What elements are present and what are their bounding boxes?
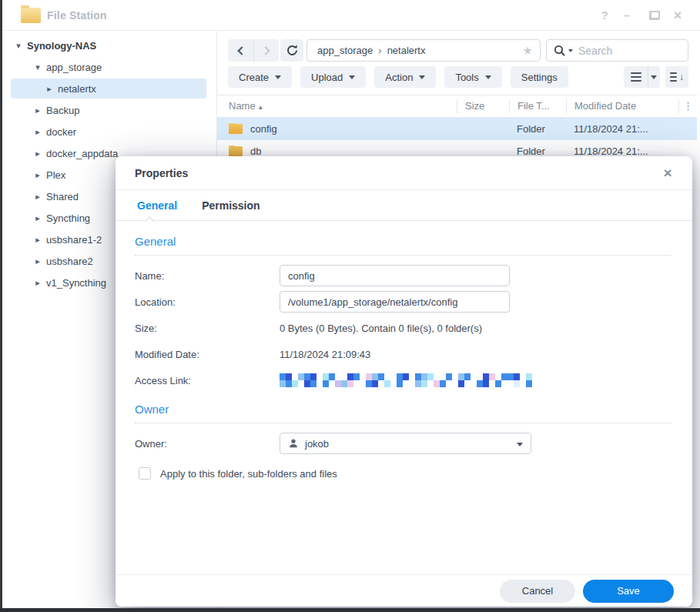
- tree-expand-icon[interactable]: ▸: [33, 149, 42, 159]
- help-button[interactable]: ?: [596, 0, 613, 31]
- apply-recursive-label: Apply to this folder, sub-folders and fi…: [160, 468, 337, 480]
- sidebar-item-app-storage[interactable]: ▾app_storage: [2, 56, 216, 78]
- minimize-button[interactable]: –: [618, 0, 635, 31]
- toolbar-row: Create Upload Action Tools Settings ↓: [217, 66, 700, 88]
- search-options-caret-icon[interactable]: [568, 49, 573, 52]
- tab-permission[interactable]: Permission: [202, 190, 260, 220]
- view-mode-caret-icon[interactable]: [648, 75, 660, 79]
- sort-button[interactable]: ↓: [665, 66, 688, 88]
- user-icon: [288, 438, 299, 449]
- table-row-config[interactable]: config Folder 11/18/2024 21:...: [217, 118, 697, 140]
- column-header-size[interactable]: Size: [457, 99, 509, 113]
- search-icon: [554, 45, 566, 57]
- field-row-location: Location:: [135, 289, 671, 315]
- cancel-button[interactable]: Cancel: [500, 580, 575, 603]
- tree-expand-icon[interactable]: ▸: [33, 105, 42, 115]
- tree-expand-icon[interactable]: ▸: [33, 278, 42, 288]
- sidebar-item-docker[interactable]: ▸docker: [2, 121, 216, 142]
- navigation-row: app_storage netalertx ★: [217, 39, 700, 62]
- save-button[interactable]: Save: [583, 580, 674, 603]
- history-buttons: [228, 39, 279, 62]
- field-row-name: Name:: [135, 263, 671, 289]
- dialog-title: Properties: [135, 156, 673, 190]
- sidebar-item-netalertx[interactable]: ▸netalertx: [2, 78, 216, 99]
- bookmark-star-icon[interactable]: ★: [523, 40, 533, 61]
- name-input[interactable]: [280, 265, 510, 286]
- sidebar-item-backup[interactable]: ▸Backup: [2, 99, 216, 121]
- close-window-button[interactable]: ×: [669, 0, 686, 31]
- column-header-modified-date[interactable]: Modified Date: [566, 99, 678, 113]
- sidebar-item-synology-nas[interactable]: ▾Synology-NAS: [2, 35, 216, 56]
- section-heading-general: General: [135, 235, 671, 248]
- dialog-header: Properties ×: [116, 156, 692, 190]
- refresh-button[interactable]: [280, 39, 303, 62]
- dropdown-caret-icon: [349, 75, 355, 79]
- tree-expand-icon[interactable]: ▸: [45, 84, 54, 94]
- back-button[interactable]: [228, 39, 253, 62]
- dropdown-caret-icon: [485, 75, 491, 79]
- apply-recursive-checkbox[interactable]: [139, 467, 151, 480]
- window-title: File Station: [47, 0, 107, 31]
- tree-expand-icon[interactable]: ▸: [33, 127, 42, 137]
- chevron-left-icon: [237, 46, 246, 55]
- field-row-size: Size: 0 Bytes (0 Bytes). Contain 0 file(…: [135, 315, 671, 341]
- breadcrumb-segment-app-storage[interactable]: app_storage: [317, 45, 373, 56]
- folder-icon: [229, 124, 243, 134]
- restore-icon: [650, 12, 659, 19]
- tools-button[interactable]: Tools: [444, 66, 501, 88]
- sort-icon: ↓: [670, 72, 684, 82]
- file-station-window: File Station ? – × ▾Synology-NAS ▾app_st…: [0, 0, 700, 612]
- properties-dialog: Properties × General Permission General …: [116, 156, 692, 607]
- access-link-redacted[interactable]: [280, 373, 538, 387]
- size-value: 0 Bytes (0 Bytes). Contain 0 file(s), 0 …: [280, 323, 482, 334]
- breadcrumb-separator-icon: [373, 45, 387, 56]
- select-caret-icon: [517, 443, 523, 446]
- field-row-owner: Owner: jokob: [135, 430, 671, 456]
- table-header: Name▴ Size File T... Modified Date ⋮: [217, 95, 697, 118]
- tree-expand-icon[interactable]: ▸: [33, 170, 42, 180]
- desktop-edge-bottom: [0, 608, 700, 612]
- column-header-name[interactable]: Name▴: [217, 99, 457, 113]
- file-station-app-icon: [21, 8, 41, 23]
- tab-general[interactable]: General: [137, 190, 177, 220]
- column-header-file-type[interactable]: File T...: [509, 99, 566, 113]
- list-view-icon: [625, 66, 648, 88]
- field-row-modified-date: Modified Date: 11/18/2024 21:09:43: [135, 341, 671, 367]
- dialog-tabs: General Permission: [116, 190, 692, 221]
- breadcrumb[interactable]: app_storage netalertx ★: [306, 39, 541, 62]
- tree-expand-icon[interactable]: ▾: [14, 41, 23, 51]
- section-heading-owner: Owner: [135, 403, 671, 416]
- action-button[interactable]: Action: [374, 66, 436, 88]
- apply-recursive-row: Apply to this folder, sub-folders and fi…: [139, 467, 671, 480]
- tree-expand-icon[interactable]: ▾: [33, 62, 42, 72]
- tree-expand-icon[interactable]: ▸: [33, 213, 42, 223]
- view-mode-button[interactable]: [624, 66, 660, 88]
- folder-icon: [229, 146, 243, 156]
- field-row-access-link: Access Link:: [135, 367, 671, 393]
- upload-button[interactable]: Upload: [300, 66, 366, 88]
- restore-button[interactable]: [646, 0, 663, 31]
- sort-ascending-icon: ▴: [259, 102, 263, 111]
- dropdown-caret-icon: [419, 75, 425, 79]
- file-table: Name▴ Size File T... Modified Date ⋮ con…: [217, 95, 697, 162]
- create-button[interactable]: Create: [228, 66, 292, 88]
- modified-date-value: 11/18/2024 21:09:43: [280, 349, 370, 360]
- forward-button[interactable]: [253, 39, 279, 62]
- dialog-footer: Cancel Save: [116, 574, 692, 607]
- settings-button[interactable]: Settings: [511, 66, 568, 88]
- location-input[interactable]: [280, 291, 510, 313]
- column-options-icon[interactable]: ⋮: [678, 99, 697, 113]
- breadcrumb-segment-netalertx[interactable]: netalertx: [387, 45, 426, 56]
- dialog-close-icon[interactable]: ×: [658, 156, 677, 190]
- tree-expand-icon[interactable]: ▸: [33, 192, 42, 202]
- dialog-body: General Name: Location: Size: 0 Bytes (0…: [116, 221, 692, 480]
- dropdown-caret-icon: [275, 75, 281, 79]
- owner-select[interactable]: jokob: [280, 433, 531, 454]
- refresh-icon: [286, 44, 299, 57]
- owner-value: jokob: [305, 438, 329, 450]
- tree-expand-icon[interactable]: ▸: [33, 235, 42, 245]
- title-bar: File Station ? – ×: [2, 0, 700, 31]
- tree-expand-icon[interactable]: ▸: [33, 256, 42, 266]
- search-box[interactable]: [546, 39, 688, 62]
- search-input[interactable]: [578, 45, 682, 57]
